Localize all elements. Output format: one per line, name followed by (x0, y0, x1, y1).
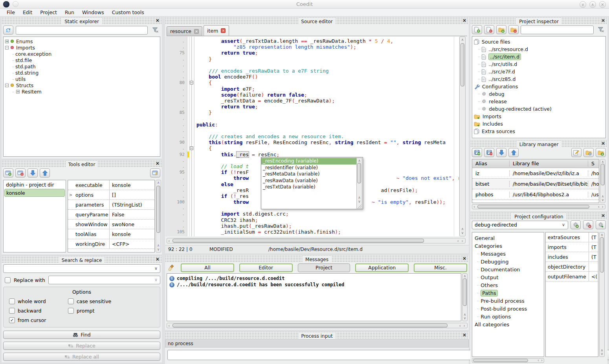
tree-item-enums[interactable]: +Enums (5, 38, 160, 44)
property-value[interactable]: [] (110, 192, 154, 198)
tree-item-imports[interactable]: -Imports (5, 44, 160, 51)
close-panel-icon[interactable]: × (462, 255, 466, 262)
project-tree-item[interactable]: Extra sources (474, 128, 605, 135)
tool-property-row[interactable]: executablekonsole (68, 180, 154, 190)
remove-tool-button[interactable] (15, 168, 26, 177)
property-value[interactable]: <CFP> (110, 241, 154, 247)
expand-icon[interactable]: + (5, 40, 9, 43)
search-input[interactable]: ∨ (3, 264, 160, 273)
remove-library-button[interactable] (484, 148, 494, 157)
replace-input[interactable]: ∨ (48, 276, 160, 284)
checkbox-icon[interactable] (9, 298, 15, 304)
editor-hscrollbar[interactable]: ‹ ‹› (167, 238, 466, 243)
add-library-folder-button[interactable] (596, 148, 606, 157)
remove-configuration-button[interactable] (583, 220, 593, 229)
maximize-icon[interactable]: ∧ (589, 1, 596, 8)
property-value[interactable]: (TStringList) (110, 202, 154, 208)
checkbox-icon[interactable]: ✓ (9, 317, 15, 323)
activate-configuration-button[interactable] (596, 220, 606, 229)
add-library-button[interactable] (472, 148, 482, 157)
run-tool-button[interactable] (150, 168, 160, 177)
filter-button-project[interactable]: Project (298, 263, 350, 272)
property-value[interactable]: (T (589, 244, 598, 250)
tools-props-scrollbar[interactable]: ∧ ∧∨ (156, 180, 161, 252)
project-tree-item[interactable]: Configurations (474, 83, 605, 90)
tree-item-resitem[interactable]: –+ResItem (5, 88, 160, 95)
property-value[interactable]: <( (589, 274, 598, 280)
config-tree-item[interactable]: ··Paths (475, 289, 544, 297)
close-panel-icon[interactable]: × (601, 17, 605, 24)
project-tree-item[interactable]: ··../src/z85.d (474, 75, 605, 83)
close-panel-icon[interactable]: × (462, 17, 466, 24)
project-tree-item[interactable]: ··debug (474, 90, 605, 98)
config-tree-hscrollbar[interactable]: ‹› (472, 358, 544, 363)
fold-collapse-icon[interactable]: – (190, 81, 193, 84)
property-value[interactable]: (T (589, 234, 598, 240)
config-vscrollbar[interactable]: ∧ ∧∨ (599, 232, 605, 357)
replace-all-button[interactable]: Replace all (3, 353, 160, 361)
completion-item[interactable]: _resIdentifier (variable) (261, 165, 356, 171)
message-line[interactable]: i/.../build/resource.d.coedit has been s… (169, 282, 461, 288)
completion-item[interactable]: _resRawData (variable) (261, 177, 356, 184)
tool-property-row[interactable]: toolAliaskonsole (68, 229, 154, 239)
config-tree-item[interactable]: ··Documentation (475, 265, 544, 273)
tool-property-row[interactable]: >options[] (68, 190, 154, 200)
option-prompt[interactable]: prompt (68, 308, 160, 314)
menu-edit[interactable]: Edit (19, 9, 36, 16)
property-value[interactable]: konsole (110, 182, 154, 188)
add-source-button[interactable] (472, 25, 482, 34)
messages-hscrollbar[interactable]: ‹ ‹› (167, 323, 468, 328)
remove-source-button[interactable] (484, 25, 494, 34)
move-tool-up-button[interactable] (40, 168, 50, 177)
titlebar-extra-button[interactable] (13, 1, 18, 7)
tools-list-item[interactable]: dolphin - project dir (4, 181, 65, 189)
config-tree-item[interactable]: ··Post-build process (475, 305, 544, 313)
configuration-select[interactable]: debug-redirected∨ (472, 221, 568, 229)
filter-button-all[interactable]: All (181, 263, 234, 272)
close-panel-icon[interactable]: × (601, 140, 605, 147)
add-tool-button[interactable] (3, 168, 13, 177)
tool-property-row[interactable]: showWindowswoNone (68, 219, 154, 229)
column-header-alias[interactable]: Alias (472, 161, 510, 166)
tab-item[interactable]: item✕ (204, 25, 229, 36)
tools-list-item[interactable]: konsole (4, 189, 65, 197)
config-property-row[interactable]: imports(T (546, 242, 598, 252)
collapse-icon[interactable]: - (5, 84, 9, 87)
tab-close-icon[interactable]: ✕ (194, 29, 199, 34)
config-tree-item[interactable]: ··Others (475, 281, 544, 289)
config-tree-item[interactable]: ··Messages (475, 250, 544, 258)
tab-resource[interactable]: resource✕ (167, 26, 202, 36)
clear-filter-button[interactable] (150, 26, 160, 35)
config-tree-item[interactable]: ··Pre-build process (475, 297, 544, 305)
config-property-row[interactable]: extraSources(T (546, 232, 598, 242)
property-value[interactable]: konsole (110, 231, 154, 237)
messages-vscrollbar[interactable]: ∧ ∧∨ (462, 273, 468, 321)
checkbox-icon[interactable] (68, 308, 74, 314)
column-header-libraryfile[interactable]: Library file (510, 161, 588, 166)
tree-item-utils[interactable]: –utils (5, 76, 160, 82)
move-tool-down-button[interactable] (28, 168, 38, 177)
library-row[interactable]: iz/home/basile/Dev/Iz/lib/iz.a/ho (472, 168, 599, 179)
option-whole-word[interactable]: whole word (9, 298, 68, 304)
close-panel-icon[interactable]: × (462, 332, 466, 338)
tool-property-row[interactable]: workingDire<CFP> (68, 239, 154, 249)
filter-button-editor[interactable]: Editor (239, 263, 293, 272)
project-tree-item[interactable]: ··../src/item.d (474, 53, 605, 60)
property-value[interactable]: (T (589, 254, 598, 260)
remove-folder-button[interactable] (508, 25, 519, 34)
menu-file[interactable]: File (3, 9, 18, 16)
replace-button[interactable]: Replace (3, 342, 160, 350)
tree-item-core-exception[interactable]: –core.exception (5, 51, 160, 57)
config-tree-item[interactable]: Categories (475, 242, 544, 250)
filter-button-misc[interactable]: Misc. (414, 263, 467, 272)
move-library-down-button[interactable] (496, 148, 506, 157)
menu-custom-tools[interactable]: Custom tools (108, 9, 148, 16)
config-property-row[interactable]: outputFilename<( (546, 272, 598, 282)
fold-collapse-icon[interactable]: – (190, 146, 193, 150)
config-tree-item[interactable]: General (475, 234, 544, 242)
completion-item[interactable]: _resEncoding (variable) (261, 158, 356, 165)
library-row[interactable]: bitset/home/basile/Dev/Bitset/lib/bitse/… (472, 179, 599, 189)
config-property-row[interactable]: includes(T (546, 252, 598, 262)
tool-property-row[interactable]: parameters(TStringList) (68, 200, 154, 210)
project-tree-item[interactable]: Source files (474, 38, 605, 46)
